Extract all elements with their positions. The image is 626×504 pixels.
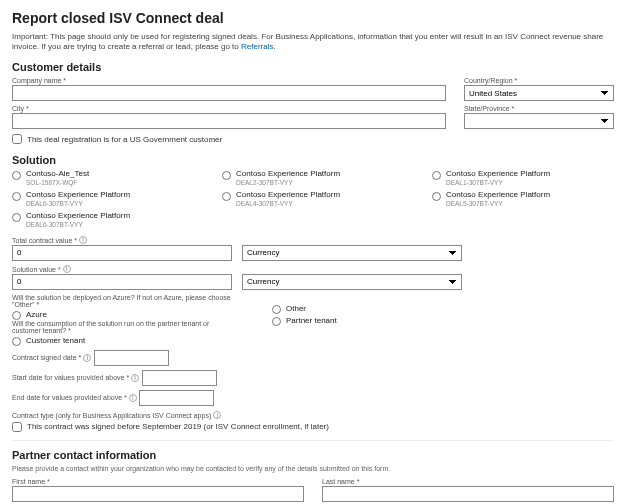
solution-radio[interactable] (432, 192, 441, 201)
deploy-label: Will the solution be deployed on Azure? … (12, 294, 232, 308)
city-label: City * (12, 105, 446, 112)
last-name-input[interactable] (322, 486, 614, 502)
country-label: Country/Region * (464, 77, 614, 84)
last-name-label: Last name * (322, 478, 614, 485)
consumption-customer-radio[interactable] (12, 337, 21, 346)
solution-radio[interactable] (12, 192, 21, 201)
company-label: Company name * (12, 77, 446, 84)
consumption-label: Will the consumption of the solution run… (12, 320, 232, 334)
first-name-label: First name * (12, 478, 304, 485)
important-note: Important: This page should only be used… (12, 32, 614, 51)
deploy-other-radio[interactable] (272, 305, 281, 314)
company-input[interactable] (12, 85, 446, 101)
info-icon: i (79, 236, 87, 244)
divider (12, 440, 614, 441)
solution-radio[interactable] (222, 171, 231, 180)
deploy-azure-radio[interactable] (12, 311, 21, 320)
gov-checkbox[interactable] (12, 134, 22, 144)
solution-value-input[interactable] (12, 274, 232, 290)
solution-radio[interactable] (12, 213, 21, 222)
state-select[interactable] (464, 113, 614, 129)
solution-section-title: Solution (12, 154, 614, 166)
consumption-partner-radio[interactable] (272, 317, 281, 326)
state-label: State/Province * (464, 105, 614, 112)
info-icon: i (213, 411, 221, 419)
info-icon: i (129, 394, 137, 402)
solution-list: Contoso-Ale_TestSOL-1587X-WQF Contoso Ex… (12, 170, 614, 227)
partner-section-title: Partner contact information (12, 449, 614, 461)
gov-label: This deal registration is for a US Gover… (27, 135, 222, 144)
total-value-input[interactable] (12, 245, 232, 261)
start-date-input[interactable] (142, 370, 217, 386)
partner-note: Please provide a contact within your org… (12, 465, 614, 472)
referrals-link[interactable]: Referrals (241, 42, 273, 51)
customer-section-title: Customer details (12, 61, 614, 73)
solution-radio[interactable] (222, 192, 231, 201)
contract-type-checkbox[interactable] (12, 422, 22, 432)
info-icon: i (83, 354, 91, 362)
currency-select-2[interactable]: Currency (242, 274, 462, 290)
first-name-input[interactable] (12, 486, 304, 502)
end-date-input[interactable] (139, 390, 214, 406)
contract-type-label: This contract was signed before Septembe… (27, 422, 329, 431)
info-icon: i (131, 374, 139, 382)
signed-date-input[interactable] (94, 350, 169, 366)
info-icon: i (63, 265, 71, 273)
solution-radio[interactable] (432, 171, 441, 180)
country-select[interactable]: United States (464, 85, 614, 101)
solution-radio[interactable] (12, 171, 21, 180)
page-title: Report closed ISV Connect deal (12, 10, 614, 26)
city-input[interactable] (12, 113, 446, 129)
currency-select[interactable]: Currency (242, 245, 462, 261)
